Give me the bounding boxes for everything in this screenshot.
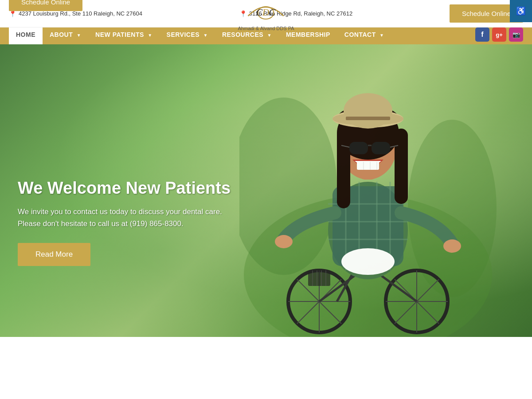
- hero-description: We invite you to contact us today to dis…: [18, 206, 239, 230]
- nav-link-home[interactable]: HOME: [9, 25, 43, 44]
- svg-rect-48: [346, 117, 390, 120]
- svg-rect-42: [337, 129, 350, 208]
- nav-link-services[interactable]: SERVICES ▼: [160, 25, 215, 44]
- svg-rect-23: [308, 270, 330, 286]
- svg-rect-49: [349, 142, 368, 154]
- svg-rect-54: [357, 162, 379, 170]
- nav-link-contact[interactable]: CONTACT ▼: [337, 25, 391, 44]
- hero-content: We Welcome New Patients We invite you to…: [18, 178, 239, 266]
- instagram-icon[interactable]: 📷: [509, 27, 523, 42]
- hero-person-svg: [239, 53, 497, 337]
- nav-social: f g+ 📷: [475, 27, 523, 42]
- nav-item-about[interactable]: ABOUT ▼: [43, 25, 88, 44]
- logo-svg: C D C: [239, 0, 293, 25]
- google-plus-icon[interactable]: g+: [492, 27, 506, 42]
- svg-rect-43: [395, 129, 408, 204]
- svg-point-37: [275, 235, 293, 248]
- svg-point-58: [341, 248, 395, 275]
- accessibility-button[interactable]: ♿: [510, 0, 532, 22]
- read-more-button[interactable]: Read More: [18, 243, 90, 266]
- nav-link-about[interactable]: ABOUT ▼: [43, 25, 88, 44]
- svg-text:C: C: [256, 7, 263, 18]
- svg-text:C: C: [269, 7, 276, 18]
- nav-item-services[interactable]: SERVICES ▼: [160, 25, 215, 44]
- logo-tagline: Ahmadi & Alvand DDS PA: [238, 26, 294, 31]
- svg-text:D: D: [262, 7, 270, 18]
- nav-item-new-patients[interactable]: NEW PATIENTS ▼: [88, 25, 160, 44]
- schedule-btn-left[interactable]: Schedule Online: [9, 0, 82, 11]
- hero-image: [239, 53, 497, 337]
- nav-item-contact[interactable]: CONTACT ▼: [337, 25, 391, 44]
- nav-item-home[interactable]: HOME: [9, 25, 43, 44]
- logo: C D C Ahmadi & Alvand DDS PA: [238, 0, 294, 31]
- svg-rect-50: [372, 142, 390, 154]
- nav-link-new-patients[interactable]: NEW PATIENTS ▼: [88, 25, 160, 44]
- hero-section: We Welcome New Patients We invite you to…: [0, 44, 532, 337]
- facebook-icon[interactable]: f: [475, 27, 489, 42]
- left-address-text: 4237 Louisburg Rd., Ste 110 Raleigh, NC …: [19, 10, 142, 17]
- hero-title: We Welcome New Patients: [18, 178, 239, 199]
- svg-point-38: [443, 239, 461, 253]
